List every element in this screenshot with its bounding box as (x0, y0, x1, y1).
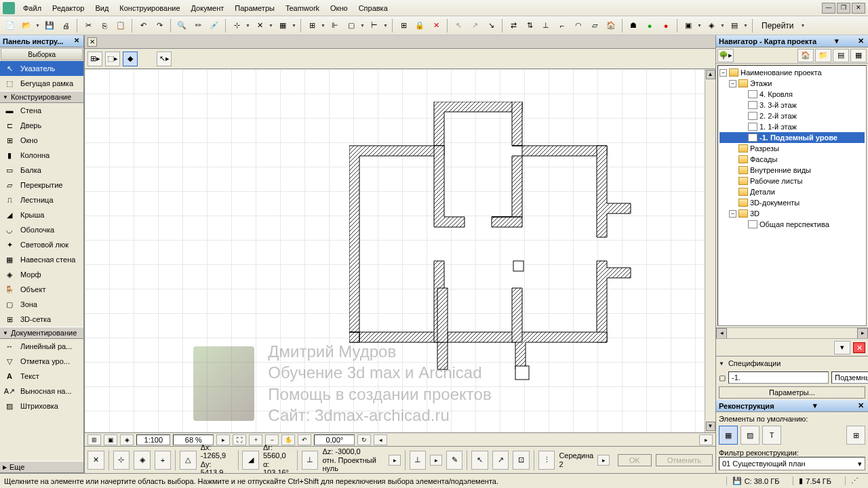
toolbox-section-documentation[interactable]: ▼Документирование (0, 327, 83, 339)
menu-teamwork[interactable]: Teamwork (280, 2, 325, 14)
nav-scroll-right[interactable]: ▸ (857, 328, 868, 339)
view-mode-icon-1[interactable]: ⊞ (87, 434, 101, 445)
cancel-icon[interactable]: ✕ (429, 18, 443, 33)
tree-interior[interactable]: Внутренние виды (719, 165, 865, 176)
nav-view-icon[interactable]: 📁 (815, 49, 831, 62)
zoom-in-icon[interactable]: + (249, 434, 262, 445)
tool-mesh[interactable]: ⊞3D-сетка (0, 312, 83, 327)
tool-wall[interactable]: ▬Стена (0, 103, 83, 118)
angle-input[interactable] (314, 434, 355, 445)
group-icon[interactable]: ⊞ (396, 18, 411, 33)
snap-perp-icon[interactable]: ⊥ (410, 451, 427, 470)
print-icon[interactable]: 🖨 (58, 18, 73, 33)
tool-marquee[interactable]: ⬚Бегущая рамка (0, 76, 83, 91)
menu-help[interactable]: Справка (353, 2, 393, 14)
arrow-icon-3[interactable]: ↘ (484, 18, 498, 33)
tool-zone[interactable]: ▢Зона (0, 297, 83, 312)
status-green-icon[interactable]: ● (642, 18, 657, 33)
cancel-button[interactable]: Отменить (656, 454, 713, 466)
paste-icon[interactable]: 📋 (113, 18, 128, 33)
tool-object[interactable]: 🪑Объект (0, 282, 83, 297)
tree-project[interactable]: −Наименование проекта (719, 67, 865, 78)
recon-exist-icon[interactable]: ▦ (719, 426, 738, 445)
tree-sections[interactable]: Разрезы (719, 143, 865, 154)
view-mode-icon-3[interactable]: ◈ (120, 434, 134, 445)
snap-pt-icon-2[interactable]: ↗ (492, 451, 509, 470)
goto-button[interactable]: Перейти (756, 21, 800, 30)
coord-xy-icon[interactable]: △ (180, 451, 197, 470)
arrow-icon-2[interactable]: ↗ (467, 18, 482, 33)
tool-morph[interactable]: ◈Морф (0, 267, 83, 282)
tool-level-dim[interactable]: ▽Отметка уро... (0, 354, 83, 369)
tree-3d[interactable]: −3D (719, 208, 865, 219)
view-arrow-left[interactable]: ◂ (374, 434, 387, 445)
snap-perp-arrow[interactable]: ▸ (430, 455, 442, 466)
tool-linear-dim[interactable]: ↔Линейный ра... (0, 339, 83, 354)
tree-details[interactable]: Детали (719, 186, 865, 197)
tree-worksheets[interactable]: Рабочие листы (719, 176, 865, 186)
transform-icon-3[interactable]: ⊥ (538, 18, 553, 33)
ok-button[interactable]: OK (618, 454, 652, 466)
tree-story-2[interactable]: 2. 2-й этаж (719, 110, 865, 121)
toolbox-close-icon[interactable]: ✕ (72, 37, 81, 45)
tree-story-4[interactable]: 4. Кровля (719, 89, 865, 100)
close-button[interactable]: ✕ (852, 3, 865, 14)
tool-icon-1[interactable]: 🔍 (174, 18, 189, 33)
maximize-button[interactable]: ❐ (837, 3, 850, 14)
snap-icon-1[interactable]: ⊹ (229, 18, 244, 33)
menu-document[interactable]: Документ (186, 2, 230, 14)
spec-close-icon[interactable]: ✕ (853, 342, 865, 353)
tool-text[interactable]: AТекст (0, 369, 83, 384)
tool-hatch[interactable]: ▨Штриховка (0, 399, 83, 413)
spec-header[interactable]: ▼Спецификации (716, 357, 868, 370)
zoom-prev-icon[interactable]: ↶ (298, 434, 311, 445)
coord-mid-arrow[interactable]: ▸ (597, 455, 610, 466)
coord-rel-icon[interactable]: ◈ (134, 451, 151, 470)
recon-demo-icon[interactable]: ▨ (741, 426, 760, 445)
tree-perspective[interactable]: Общая перспектива (719, 219, 865, 230)
nav-tree-icon[interactable]: 🌳▸ (717, 49, 734, 62)
view-mode-icon-2[interactable]: ▣ (104, 434, 117, 445)
close-tab-icon[interactable]: ✕ (87, 37, 97, 47)
snap-icon-3[interactable]: ▦ (275, 18, 290, 33)
status-resize-grip[interactable]: ⋰ (845, 476, 864, 485)
tool-window[interactable]: ⊞Окно (0, 133, 83, 148)
toolbox-section-more[interactable]: ▶Еще (0, 461, 83, 473)
transform-icon-1[interactable]: ⇄ (506, 18, 521, 33)
tree-3d-docs[interactable]: 3D-документы (719, 197, 865, 208)
toolbox-group-selector[interactable]: Выборка (1, 48, 83, 60)
menu-window[interactable]: Окно (325, 2, 353, 14)
scale-input[interactable] (136, 434, 170, 445)
tool-roof[interactable]: ◢Крыша (0, 207, 83, 222)
zoom-fit-icon[interactable]: ⛶ (233, 434, 246, 445)
snap-icon-2[interactable]: ✕ (252, 18, 267, 33)
tool-column[interactable]: ▮Колонна (0, 148, 83, 163)
cut-icon[interactable]: ✂ (81, 18, 96, 33)
save-icon[interactable]: 💾 (42, 18, 57, 33)
angle-set-icon[interactable]: ↻ (357, 434, 371, 445)
undo-icon[interactable]: ↶ (136, 18, 151, 33)
copy-icon[interactable]: ⎘ (97, 18, 112, 33)
dropper-icon[interactable]: 💉 (207, 18, 222, 33)
tool-pointer[interactable]: ↖Указатель (0, 61, 83, 76)
info-geom-icon[interactable]: ⬚▸ (105, 52, 120, 66)
tool-curtain[interactable]: ▦Навесная стена (0, 252, 83, 267)
menu-editor[interactable]: Редактор (47, 2, 90, 14)
guide-icon-1[interactable]: ⊩ (328, 18, 342, 33)
snap-pt-icon-1[interactable]: ↖ (471, 451, 488, 470)
nav-layout-icon[interactable]: ▤ (833, 49, 849, 62)
menu-construction[interactable]: Конструирование (114, 2, 185, 14)
navigator-collapse-icon[interactable]: ▾ (832, 37, 841, 45)
tool-door[interactable]: ⊏Дверь (0, 118, 83, 133)
tool-stair[interactable]: ⎍Лестница (0, 192, 83, 207)
window-icon-2[interactable]: ◈ (704, 18, 719, 33)
coord-ref-arrow[interactable]: ▸ (389, 455, 401, 466)
tree-story-basement[interactable]: -1. Подземный урове (719, 132, 865, 143)
redo-icon[interactable]: ↷ (152, 18, 167, 33)
window-icon-1[interactable]: ▣ (681, 18, 696, 33)
status-red-icon[interactable]: ● (658, 18, 673, 33)
toolbox-section-construction[interactable]: ▼Конструирование (0, 91, 83, 103)
nav-map-icon[interactable]: 🏠 (797, 49, 814, 62)
guide-icon-3[interactable]: ⊢ (367, 18, 382, 33)
recon-filter-select[interactable]: 01 Существующий план▾ (719, 457, 865, 470)
